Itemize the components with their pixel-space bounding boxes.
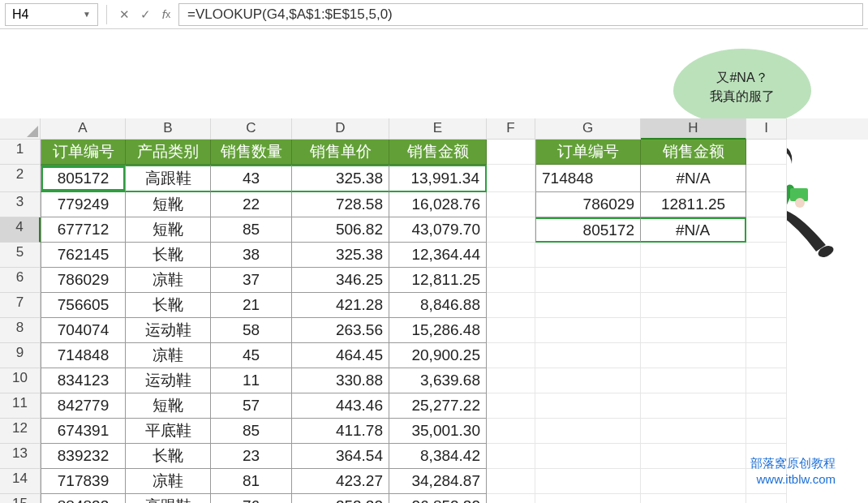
cell-F6[interactable] xyxy=(487,268,535,293)
cell-D2[interactable]: 325.38 xyxy=(292,165,389,192)
cell-A9[interactable]: 714848 xyxy=(41,343,126,368)
col-D[interactable]: D xyxy=(292,118,389,140)
enter-icon[interactable]: ✓ xyxy=(136,6,154,24)
cell-B14[interactable]: 凉鞋 xyxy=(126,469,211,494)
cell-E4[interactable]: 43,079.70 xyxy=(389,217,487,243)
cell-A13[interactable]: 839232 xyxy=(41,444,126,469)
rowhead-13[interactable]: 13 xyxy=(0,444,41,469)
cell-H8[interactable] xyxy=(641,318,746,343)
cell-D4[interactable]: 506.82 xyxy=(292,217,389,243)
cell-E13[interactable]: 8,384.42 xyxy=(389,444,487,469)
cell-F15[interactable] xyxy=(487,494,535,503)
cell-D12[interactable]: 411.78 xyxy=(292,419,389,444)
rowhead-6[interactable]: 6 xyxy=(0,268,41,293)
cell-G13[interactable] xyxy=(535,444,641,469)
cell-F2[interactable] xyxy=(487,165,535,192)
cell-I10[interactable] xyxy=(746,368,787,393)
cell-I11[interactable] xyxy=(746,393,787,419)
cell-E7[interactable]: 8,846.88 xyxy=(389,293,487,318)
cell-H11[interactable] xyxy=(641,393,746,419)
cell-E8[interactable]: 15,286.48 xyxy=(389,318,487,343)
cell-D15[interactable]: 353.32 xyxy=(292,494,389,503)
cell-H13[interactable] xyxy=(641,444,746,469)
cell-B13[interactable]: 长靴 xyxy=(126,444,211,469)
cell-H6[interactable] xyxy=(641,268,746,293)
cell-F9[interactable] xyxy=(487,343,535,368)
cell-G12[interactable] xyxy=(535,419,641,444)
cell-C2[interactable]: 43 xyxy=(211,165,292,192)
cell-E5[interactable]: 12,364.44 xyxy=(389,243,487,268)
cell-E12[interactable]: 35,001.30 xyxy=(389,419,487,444)
cell-E6[interactable]: 12,811.25 xyxy=(389,268,487,293)
cell-D5[interactable]: 325.38 xyxy=(292,243,389,268)
cell-D10[interactable]: 330.88 xyxy=(292,368,389,393)
cell-I7[interactable] xyxy=(746,293,787,318)
cell-A11[interactable]: 842779 xyxy=(41,393,126,419)
cell-E9[interactable]: 20,900.25 xyxy=(389,343,487,368)
col-B[interactable]: B xyxy=(126,118,211,140)
rowhead-1[interactable]: 1 xyxy=(0,140,41,165)
cell-G1[interactable]: 订单编号 xyxy=(535,140,641,165)
cell-I15[interactable] xyxy=(746,494,787,503)
cell-A8[interactable]: 704074 xyxy=(41,318,126,343)
cell-G4[interactable]: 805172 xyxy=(535,217,641,243)
cell-A3[interactable]: 779249 xyxy=(41,192,126,217)
cell-I5[interactable] xyxy=(746,243,787,268)
cell-I4[interactable] xyxy=(746,217,787,243)
cell-C14[interactable]: 81 xyxy=(211,469,292,494)
cell-H1[interactable]: 销售金额 xyxy=(641,140,746,165)
cell-E1[interactable]: 销售金额 xyxy=(389,140,487,165)
rowhead-2[interactable]: 2 xyxy=(0,165,41,192)
cell-I8[interactable] xyxy=(746,318,787,343)
cell-G5[interactable] xyxy=(535,243,641,268)
rowhead-12[interactable]: 12 xyxy=(0,419,41,444)
cell-F12[interactable] xyxy=(487,419,535,444)
cell-H15[interactable] xyxy=(641,494,746,503)
cell-I3[interactable] xyxy=(746,192,787,217)
cell-D11[interactable]: 443.46 xyxy=(292,393,389,419)
cell-D1[interactable]: 销售单价 xyxy=(292,140,389,165)
cell-B15[interactable]: 高跟鞋 xyxy=(126,494,211,503)
cell-C12[interactable]: 85 xyxy=(211,419,292,444)
cell-C7[interactable]: 21 xyxy=(211,293,292,318)
cell-F14[interactable] xyxy=(487,469,535,494)
rowhead-4[interactable]: 4 xyxy=(0,217,41,243)
rowhead-11[interactable]: 11 xyxy=(0,393,41,419)
cell-G10[interactable] xyxy=(535,368,641,393)
cell-A4[interactable]: 677712 xyxy=(41,217,126,243)
cancel-icon[interactable]: ✕ xyxy=(115,6,133,24)
cell-B11[interactable]: 短靴 xyxy=(126,393,211,419)
cell-D8[interactable]: 263.56 xyxy=(292,318,389,343)
cell-F13[interactable] xyxy=(487,444,535,469)
cell-A5[interactable]: 762145 xyxy=(41,243,126,268)
cell-F10[interactable] xyxy=(487,368,535,393)
cell-B8[interactable]: 运动鞋 xyxy=(126,318,211,343)
cell-H7[interactable] xyxy=(641,293,746,318)
cell-E15[interactable]: 26,852.32 xyxy=(389,494,487,503)
cell-E10[interactable]: 3,639.68 xyxy=(389,368,487,393)
col-I[interactable]: I xyxy=(746,118,787,140)
cell-B6[interactable]: 凉鞋 xyxy=(126,268,211,293)
cell-C5[interactable]: 38 xyxy=(211,243,292,268)
cell-G8[interactable] xyxy=(535,318,641,343)
cell-F11[interactable] xyxy=(487,393,535,419)
cell-A12[interactable]: 674391 xyxy=(41,419,126,444)
formula-input[interactable]: =VLOOKUP(G4,$A$1:$E$15,5,0) xyxy=(178,3,863,26)
cell-E3[interactable]: 16,028.76 xyxy=(389,192,487,217)
cell-H4[interactable]: #N/A xyxy=(641,217,746,243)
col-G[interactable]: G xyxy=(535,118,641,140)
cell-C4[interactable]: 85 xyxy=(211,217,292,243)
cell-A6[interactable]: 786029 xyxy=(41,268,126,293)
cell-D7[interactable]: 421.28 xyxy=(292,293,389,318)
cell-C9[interactable]: 45 xyxy=(211,343,292,368)
cell-G3[interactable]: 786029 xyxy=(535,192,641,217)
cell-A14[interactable]: 717839 xyxy=(41,469,126,494)
rowhead-9[interactable]: 9 xyxy=(0,343,41,368)
cell-H5[interactable] xyxy=(641,243,746,268)
cell-G9[interactable] xyxy=(535,343,641,368)
cell-G2[interactable]: 714848 xyxy=(535,165,641,192)
fx-icon[interactable]: fx xyxy=(157,6,175,24)
cell-D13[interactable]: 364.54 xyxy=(292,444,389,469)
cell-D14[interactable]: 423.27 xyxy=(292,469,389,494)
cell-C6[interactable]: 37 xyxy=(211,268,292,293)
